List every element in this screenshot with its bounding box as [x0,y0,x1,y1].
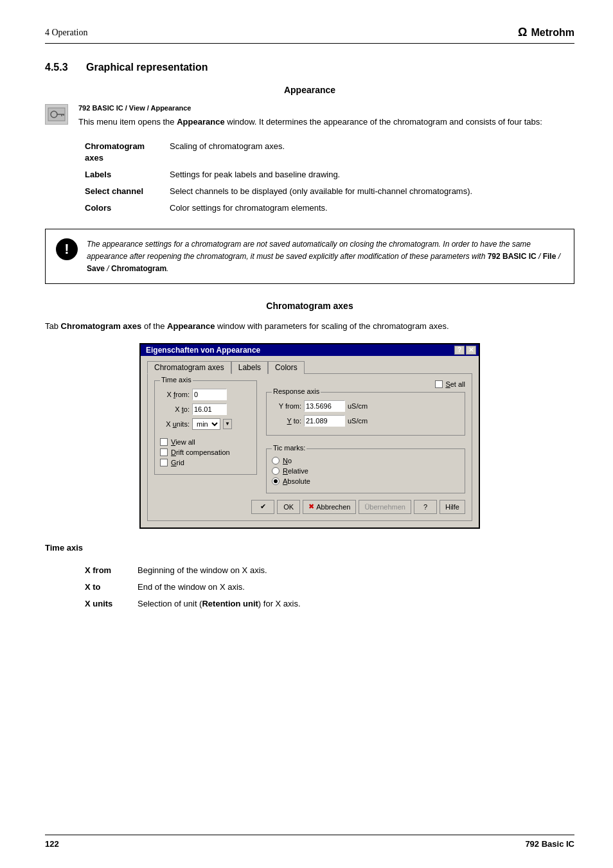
tab-row-labels: Labels Settings for peak labels and base… [85,167,573,182]
appearance-intro: 792 BASIC IC / View / Appearance This me… [45,104,574,128]
header-left: 4 Operation [45,28,87,38]
x-units-table-desc: Selection of unit (Retention unit) for X… [138,596,573,612]
radio-relative[interactable] [272,467,280,475]
tab-desc-colors: Color settings for chromatogram elements… [170,200,573,216]
y-to-row: Y to: uS/cm [272,415,459,427]
y-to-label: Y to: [272,417,301,425]
time-axis-row-x-from: X from Beginning of the window on X axis… [85,563,573,578]
page-number: 122 [45,839,59,849]
footer-product: 792 Basic IC [525,839,574,849]
x-units-table-label: X units [85,596,136,612]
dialog-body: Chromatogram axes Labels Colors Time axi… [141,356,479,527]
dialog-help-btn[interactable]: ? [414,500,437,514]
x-units-select[interactable]: min sec [192,418,220,430]
radio-absolute-label: Absolute [283,477,310,485]
close-titlebar-btn[interactable]: ✕ [466,346,476,355]
response-axis-label: Response axis [272,387,321,395]
set-all-checkbox[interactable] [435,380,443,388]
time-axis-group: Time axis X from: X to: X units: [154,380,257,475]
y-from-row: Y from: uS/cm [272,400,459,412]
abbrechen-label: Abbrechen [316,503,350,511]
y-from-unit: uS/cm [348,402,368,410]
section-heading: 4.5.3 Graphical representation [45,62,574,73]
x-to-input[interactable] [192,403,227,415]
ubernehmen-btn[interactable]: Übernehmen [359,500,411,514]
y-to-input[interactable] [304,415,345,427]
appearance-desc: This menu item opens the Appearance wind… [78,116,542,128]
x-from-label: X from: [160,391,190,398]
y-from-label: Y from: [272,402,301,410]
abbrechen-btn[interactable]: ✖ Abbrechen [303,500,356,514]
drift-compensation-label: Drift compensation [171,448,230,456]
chromatogram-axes-heading: Chromatogram axes [45,301,574,311]
drift-compensation-checkbox[interactable] [160,448,168,456]
logo-symbol: Ω [518,26,527,39]
tab-label-colors: Colors [85,200,168,216]
page-header: 4 Operation Ω Metrohm [45,26,574,44]
tab-chromatogram-axes[interactable]: Chromatogram axes [147,361,231,374]
help-titlebar-btn[interactable]: ? [454,346,465,355]
hilfe-btn[interactable]: Hilfe [440,500,465,514]
key-icon [45,104,68,125]
dialog-title: Eigenschaften von Appearance [146,346,260,355]
hilfe-label: Hilfe [445,503,459,511]
dialog-content: Time axis X from: X to: X units: [147,373,472,521]
dialog-buttons: ✔ OK ✖ Abbrechen Übernehmen ? [154,500,465,514]
tab-desc-chromatogram-axes: Scaling of chromatogram axes. [170,139,573,166]
tab-labels[interactable]: Labels [231,361,268,374]
y-to-unit: uS/cm [348,417,368,425]
x-from-row: X from: [160,389,251,400]
checkmark-icon: ✔ [260,502,266,511]
panels-row: Time axis X from: X to: X units: [154,380,465,493]
set-all-label: Set all [445,380,465,388]
time-axis-label: Time axis [160,376,193,384]
x-to-row: X to: [160,403,251,415]
note-icon: ! [56,238,78,260]
grid-checkbox[interactable] [160,459,168,466]
radio-absolute-row: Absolute [272,477,459,485]
appearance-heading: Appearance [45,85,574,95]
appearance-content: 792 BASIC IC / View / Appearance This me… [78,104,542,128]
radio-no-row: No [272,457,459,465]
note-text: The appearance settings for a chromatogr… [87,238,564,274]
tab-row-colors: Colors Color settings for chromatogram e… [85,200,573,216]
x-units-label: X units: [160,420,190,428]
ubernehmen-label: Übernehmen [364,503,405,511]
time-axis-row-x-to: X to End of the window on X axis. [85,580,573,595]
grid-label: Grid [171,459,184,466]
menu-path: 792 BASIC IC / View / Appearance [78,104,542,112]
page-footer: 122 792 Basic IC [45,835,574,849]
tab-row-chromatogram-axes: Chromatogram axes Scaling of chromatogra… [85,139,573,166]
x-to-label: X to: [160,405,190,413]
tab-label-labels: Labels [85,167,168,182]
drift-compensation-row: Drift compensation [160,448,251,456]
radio-absolute[interactable] [272,477,280,485]
ok-btn[interactable]: OK [277,500,300,514]
section-number: 4.5.3 [45,62,68,73]
dialog-tabs: Chromatogram axes Labels Colors [147,361,472,374]
radio-relative-label: Relative [283,467,308,475]
tab-label-select-channel: Select channel [85,184,168,199]
tab-colors[interactable]: Colors [268,361,305,374]
radio-no[interactable] [272,457,280,465]
tabs-description-table: Chromatogram axes Scaling of chromatogra… [84,137,574,218]
x-to-table-desc: End of the window on X axis. [138,580,573,595]
checkmark-btn[interactable]: ✔ [251,500,274,514]
dialog-window: Eigenschaften von Appearance ? ✕ Chromat… [139,343,480,529]
x-from-table-label: X from [85,563,136,578]
right-panel: Set all Response axis Y from: uS/cm [266,380,465,493]
x-to-table-label: X to [85,580,136,595]
radio-no-label: No [283,457,292,465]
titlebar-buttons[interactable]: ? ✕ [454,346,476,355]
dialog-titlebar: Eigenschaften von Appearance ? ✕ [141,344,479,356]
time-axis-section-heading: Time axis [45,543,574,553]
view-all-checkbox[interactable] [160,438,168,446]
tic-marks-group: Tic marks: No Relative [266,448,465,493]
response-axis-group: Response axis Y from: uS/cm Y to: uS/cm [266,392,465,436]
tab-label-chromatogram-axes: Chromatogram axes [85,139,168,166]
x-from-input[interactable] [192,389,227,400]
logo-text: Metrohm [531,27,574,39]
dropdown-arrow-icon[interactable]: ▼ [223,419,232,429]
dialog-help-icon: ? [423,503,427,511]
y-from-input[interactable] [304,400,345,412]
